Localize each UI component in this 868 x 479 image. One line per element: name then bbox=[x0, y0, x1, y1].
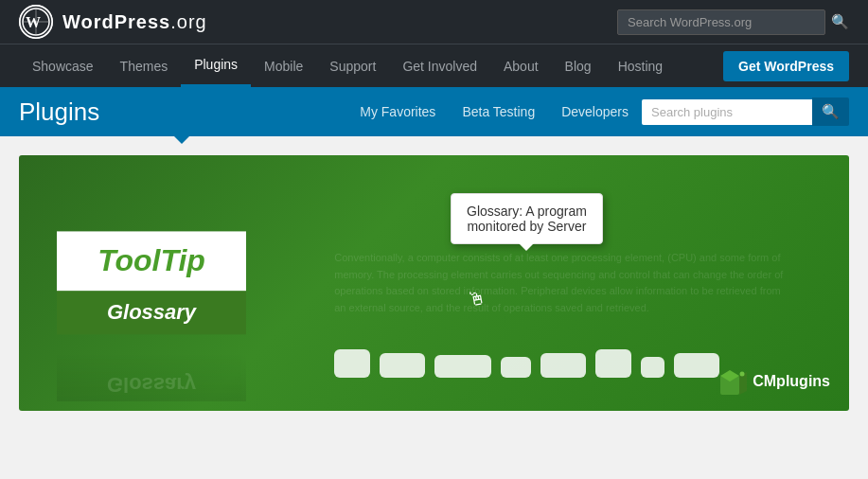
wp-word: WordPress bbox=[62, 11, 170, 32]
cm-cube-icon bbox=[717, 366, 747, 397]
plugins-sub-nav: My Favorites Beta Testing Developers 🔍 bbox=[346, 98, 849, 126]
plugins-search-area: 🔍 bbox=[642, 98, 849, 126]
plugins-nav-developers[interactable]: Developers bbox=[548, 104, 642, 119]
wordpress-logo-icon: W bbox=[19, 5, 53, 39]
banner-bg-text: Conventionally, a computer consists of a… bbox=[334, 250, 790, 316]
plugins-title: Plugins bbox=[19, 98, 99, 127]
nav-hosting[interactable]: Hosting bbox=[605, 44, 676, 87]
tooltip-box-bottom: Glossary bbox=[57, 292, 246, 335]
speech-bubble-2 bbox=[380, 353, 425, 378]
plugins-nav-beta-testing[interactable]: Beta Testing bbox=[449, 104, 548, 119]
glossary-text: Glossary bbox=[76, 301, 227, 326]
speech-bubble-1 bbox=[334, 349, 370, 378]
nav-about[interactable]: About bbox=[490, 44, 552, 87]
speech-bubble-6 bbox=[595, 349, 631, 378]
plugins-search-input[interactable] bbox=[642, 99, 812, 125]
nav-get-involved[interactable]: Get Involved bbox=[389, 44, 490, 87]
cm-plugins-cm: CM bbox=[753, 373, 776, 389]
top-search-area: 🔍 bbox=[617, 9, 849, 35]
cm-plugins-text: CMplugins bbox=[753, 373, 830, 390]
nav-plugins[interactable]: Plugins bbox=[181, 44, 251, 87]
cursor-icon: 🖱 bbox=[466, 287, 488, 311]
top-bar: W WordPress.org 🔍 bbox=[0, 0, 868, 44]
nav-blog[interactable]: Blog bbox=[552, 44, 605, 87]
top-search-button[interactable]: 🔍 bbox=[831, 13, 849, 30]
speech-bubble-4 bbox=[501, 357, 531, 378]
tooltip-popup: Glossary: A program monitored by Server bbox=[451, 193, 603, 244]
wp-domain: .org bbox=[170, 11, 206, 32]
logo-area: W WordPress.org bbox=[19, 5, 207, 39]
tooltip-text: ToolTip bbox=[76, 244, 227, 277]
tooltip-glossary-reflection: Glossary bbox=[57, 354, 246, 401]
tooltip-popup-line1: Glossary: A program bbox=[467, 204, 587, 219]
nav-mobile[interactable]: Mobile bbox=[251, 44, 316, 87]
svg-point-7 bbox=[740, 372, 745, 377]
nav-showcase[interactable]: Showcase bbox=[19, 44, 107, 87]
nav-themes[interactable]: Themes bbox=[107, 44, 182, 87]
plugins-nav-my-favorites[interactable]: My Favorites bbox=[346, 104, 449, 119]
plugin-banner: Conventionally, a computer consists of a… bbox=[19, 155, 849, 411]
top-search-input[interactable] bbox=[617, 9, 825, 35]
banner-area: Conventionally, a computer consists of a… bbox=[0, 136, 868, 430]
speech-bubble-7 bbox=[641, 357, 664, 378]
main-nav: Showcase Themes Plugins Mobile Support G… bbox=[0, 44, 868, 87]
tooltip-box-top: ToolTip bbox=[57, 231, 246, 291]
plugins-header: Plugins My Favorites Beta Testing Develo… bbox=[0, 87, 868, 136]
speech-bubble-8 bbox=[674, 353, 719, 378]
get-wordpress-button[interactable]: Get WordPress bbox=[723, 51, 849, 81]
cm-plugins-word: plugins bbox=[776, 373, 830, 389]
cm-plugins-logo: CMplugins bbox=[717, 366, 830, 397]
speech-bubble-5 bbox=[540, 353, 586, 378]
tooltip-glossary-box: ToolTip Glossary bbox=[57, 231, 246, 334]
plugins-search-button[interactable]: 🔍 bbox=[812, 98, 849, 126]
nav-links: Showcase Themes Plugins Mobile Support G… bbox=[19, 44, 676, 87]
nav-support[interactable]: Support bbox=[316, 44, 389, 87]
site-wordmark: WordPress.org bbox=[62, 11, 207, 33]
speech-bubble-3 bbox=[434, 355, 491, 378]
tooltip-popup-line2: monitored by Server bbox=[467, 219, 587, 234]
speech-bubbles-row bbox=[334, 349, 719, 378]
